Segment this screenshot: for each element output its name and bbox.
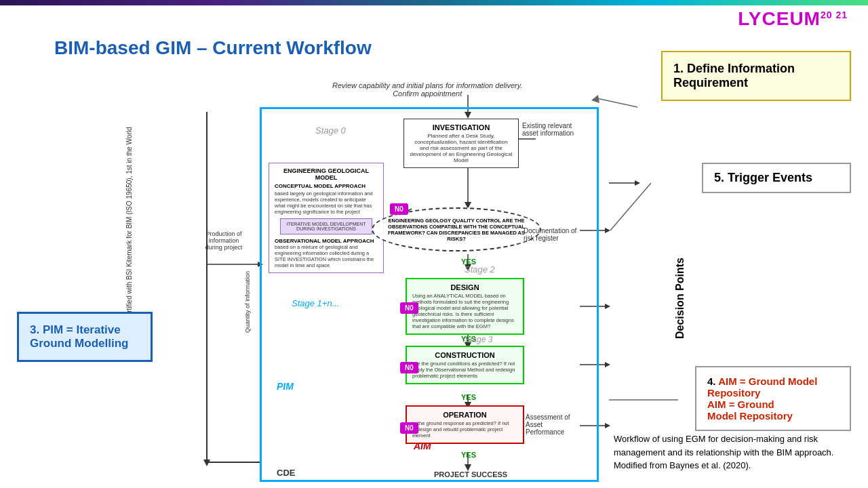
box4-text: AIM = GroundModel Repository [707, 399, 839, 422]
box3-pim: 3. PIM = IterativeGround Modelling [17, 312, 153, 362]
svg-marker-21 [605, 423, 610, 428]
svg-line-24 [610, 183, 651, 230]
decision-points-label: Decision Points [674, 169, 686, 427]
egm-box: ENGINEERING GEOLOGICAL MODEL CONCEPTUAL … [269, 163, 384, 273]
svg-marker-7 [591, 95, 599, 103]
egm-conceptual-title: CONCEPTUAL MODEL APPROACH [275, 183, 378, 189]
production-info-text: Production of information during project [200, 230, 248, 251]
design-desc: Using an ANALYTICAL MODEL based on metho… [412, 293, 517, 329]
quantity-info-text: Quantity of Information [244, 271, 251, 333]
iterative-box: ITERATIVE MODEL DEVELOPMENT DURING INVES… [280, 218, 373, 235]
stage2-label: Stage 2 [465, 264, 495, 274]
svg-marker-19 [605, 362, 610, 367]
svg-marker-17 [605, 304, 610, 309]
svg-marker-23 [635, 180, 640, 186]
svg-marker-5 [465, 112, 471, 119]
lyceum-logo: LYCEUM20 21 [738, 8, 848, 30]
box1-text: 1. Define InformationRequirement [673, 62, 839, 90]
investigation-title: INVESTIGATION [410, 123, 513, 131]
cde-label: CDE [277, 468, 295, 478]
pim-label: PIM [277, 381, 294, 392]
svg-marker-2 [203, 460, 210, 466]
no-button-2: N0 [400, 302, 418, 314]
qc-text: ENGINEERING GEOLOGY QUALITY CONTROL ARE … [373, 218, 540, 242]
egm-obs-title: OBSERVATIONAL MODEL APPROACH [275, 238, 378, 244]
egm-obs-desc: based on a mixture of geological and eng… [275, 244, 378, 268]
investigation-box: INVESTIGATION Planned after a Desk Study… [403, 119, 519, 168]
logo-text: LYCEUM [738, 8, 821, 29]
box4-number: 4. AIM = Ground Model Repository [707, 375, 839, 399]
construction-title: CONSTRUCTION [412, 351, 517, 359]
construction-box: CONSTRUCTION Are the ground conditions a… [406, 346, 524, 384]
box3-text: 3. PIM = IterativeGround Modelling [30, 323, 140, 350]
investigation-desc: Planned after a Desk Study, conceptualiz… [410, 133, 513, 163]
decision-points-text: Decision Points [674, 258, 686, 339]
construction-desc: Are the ground conditions as predicted? … [412, 361, 517, 379]
aim-label: AIM [414, 441, 431, 451]
no-button-3: N0 [400, 362, 418, 373]
yes-label-4: YES [461, 451, 476, 459]
stage3-label: Stage 3 [465, 335, 492, 344]
box1-define-info: 1. Define InformationRequirement [661, 51, 851, 101]
egm-conceptual-desc: based largely on geological information … [275, 190, 378, 215]
box5-text: 5. Trigger Events [714, 171, 839, 185]
box4-aim: 4. AIM = Ground Model Repository AIM = G… [695, 366, 851, 431]
doc-text: Documentation of risk register [524, 227, 578, 242]
svg-marker-15 [605, 228, 610, 233]
existing-asset-text: Existing relevant asset information [522, 122, 576, 137]
operation-box: OPERATION Is the ground response as pred… [406, 405, 524, 444]
egm-title: ENGINEERING GEOLOGICAL MODEL [275, 167, 378, 181]
stage0-label: Stage 0 [315, 125, 346, 136]
review-text: Review capability and initial plans for … [332, 81, 522, 98]
no-button-4: N0 [400, 422, 418, 434]
logo-year: 20 21 [821, 9, 848, 20]
design-title: DESIGN [412, 283, 517, 291]
design-box: DESIGN Using an ANALYTICAL MODEL based o… [406, 278, 524, 335]
assessment-text: Assessment of Asset Performance [526, 413, 580, 436]
bottom-description: Workflow of using EGM for decision-makin… [614, 432, 844, 472]
project-success-label: PROJECT SUCCESS [434, 470, 507, 479]
svg-marker-27 [258, 262, 263, 267]
svg-rect-0 [0, 0, 868, 5]
operation-title: OPERATION [412, 411, 517, 419]
svg-line-6 [597, 98, 637, 107]
page-title: BIM-based GIM – Current Workflow [54, 37, 372, 59]
stage1n-label: Stage 1+n... [292, 298, 339, 308]
no-button-1: N0 [390, 203, 408, 215]
yes-label-3: YES [461, 393, 476, 401]
box5-trigger-events: 5. Trigger Events [702, 163, 851, 193]
operation-desc: Is the ground response as predicted? If … [412, 420, 517, 439]
